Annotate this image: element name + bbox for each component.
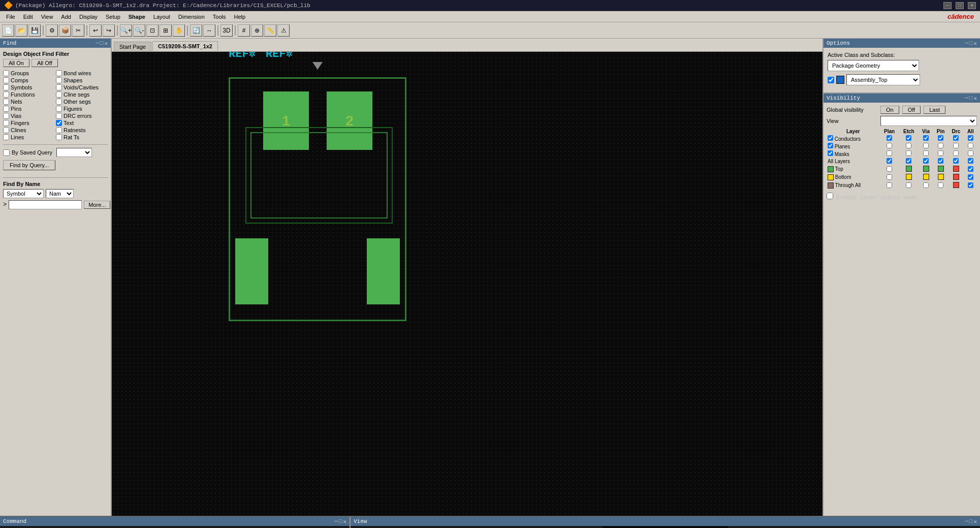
view-minimize[interactable]: ─ [965,518,968,525]
through-etch[interactable] [906,182,911,188]
menu-dimension[interactable]: Dimension [174,13,209,21]
toolbar-zoom-area[interactable]: ⊞ [160,24,172,37]
toolbar-redo[interactable]: ↪ [103,24,115,37]
toolbar-undo[interactable]: ↩ [89,24,102,37]
name-type-dropdown[interactable]: Nam [46,189,74,198]
masks-plan[interactable] [887,150,892,156]
planes-pin[interactable] [938,143,943,148]
check-text-input[interactable] [56,120,62,126]
check-groups-input[interactable] [3,70,9,76]
toolbar-new[interactable]: 📄 [2,24,14,37]
menu-view[interactable]: View [37,13,57,21]
check-nets-input[interactable] [3,99,9,105]
view-dropdown[interactable] [880,116,977,126]
toolbar-3d[interactable]: 3D [220,24,233,37]
toolbar-pan[interactable]: ✋ [173,24,185,37]
bottom-all[interactable] [968,174,973,180]
toolbar-drc[interactable]: ⚠ [277,24,290,37]
check-ratts-input[interactable] [56,134,62,140]
toolbar-snap[interactable]: ⊕ [251,24,263,37]
find-minimize[interactable]: ─ [96,40,99,47]
conductors-pin[interactable] [938,135,943,141]
masks-pin[interactable] [938,150,943,156]
through-all[interactable] [968,182,973,188]
menu-layout[interactable]: Layout [149,13,174,21]
toolbar-measure[interactable]: 📏 [264,24,276,37]
check-bondwires-input[interactable] [56,70,62,76]
planes-etch[interactable] [906,143,911,148]
vis-maximize[interactable]: □ [969,95,973,102]
vis-off-button[interactable]: Off [902,106,921,114]
find-close[interactable]: ✕ [104,40,108,47]
toolbar-zoom-fit[interactable]: ⊡ [146,24,159,37]
symbol-type-dropdown[interactable]: Symbol [3,189,44,198]
subclass-checkbox[interactable] [828,77,834,83]
masks-check[interactable] [828,150,833,156]
masks-all[interactable] [968,150,973,156]
planes-plan[interactable] [887,143,892,148]
check-shapes-input[interactable] [56,77,62,83]
check-clines-input[interactable] [3,127,9,133]
by-saved-query-checkbox[interactable] [3,149,10,156]
check-comps-input[interactable] [3,77,9,83]
conductors-drc[interactable] [953,135,959,141]
menu-tools[interactable]: Tools [209,13,230,21]
top-plan[interactable] [887,166,892,172]
planes-via[interactable] [923,143,929,148]
all-drc[interactable] [953,158,959,164]
view-close[interactable]: ✕ [973,518,977,525]
through-plan[interactable] [887,182,892,188]
vis-close[interactable]: ✕ [973,95,977,102]
masks-via[interactable] [923,150,929,156]
all-plan[interactable] [887,158,892,164]
options-maximize[interactable]: □ [969,40,973,47]
pcb-canvas[interactable]: REF✲ REF✲ 1 2 [112,52,823,516]
menu-setup[interactable]: Setup [102,13,124,21]
minimize-button[interactable]: ─ [943,2,952,9]
all-pin[interactable] [938,158,943,164]
menu-add[interactable]: Add [57,13,75,21]
through-via[interactable] [923,182,929,188]
tab-design[interactable]: C519209-S-SMT_1x2 [152,41,218,51]
cmd-maximize[interactable]: □ [339,518,342,525]
check-drcerrors-input[interactable] [56,113,62,119]
maximize-button[interactable]: □ [956,2,964,9]
all-all[interactable] [968,158,973,164]
vis-on-button[interactable]: On [880,106,899,114]
toolbar-zoom-in[interactable]: 🔍+ [120,24,132,37]
through-pin[interactable] [938,182,943,188]
subclass-dropdown[interactable]: Assembly_Top [846,74,920,85]
toolbar-open[interactable]: 📂 [15,24,27,37]
check-clinesegs-input[interactable] [56,91,62,98]
enable-layer-checkbox[interactable] [827,193,833,199]
check-symbols-input[interactable] [3,84,9,90]
planes-all[interactable] [968,143,973,148]
options-minimize[interactable]: ─ [965,40,968,47]
toolbar-flip[interactable]: ↔ [203,24,215,37]
bottom-plan[interactable] [887,174,892,180]
menu-help[interactable]: Help [230,13,249,21]
all-on-button[interactable]: All On [3,59,29,67]
cmd-close[interactable]: ✕ [343,518,346,525]
all-off-button[interactable]: All Off [31,59,58,67]
find-name-input[interactable] [9,200,82,209]
check-othersegs-input[interactable] [56,99,62,105]
check-functions-input[interactable] [3,91,9,98]
all-via[interactable] [923,158,929,164]
toolbar-grid[interactable]: # [238,24,250,37]
toolbar-cut[interactable]: ✂ [72,24,84,37]
menu-file[interactable]: File [2,13,19,21]
all-etch[interactable] [906,158,911,164]
conductors-all[interactable] [968,135,973,141]
conductors-plan[interactable] [887,135,892,141]
menu-edit[interactable]: Edit [19,13,37,21]
conductors-etch[interactable] [906,135,911,141]
check-fingers-input[interactable] [3,120,9,126]
vis-last-button[interactable]: Last [924,106,945,114]
toolbar-zoom-out[interactable]: 🔍- [133,24,145,37]
more-button[interactable]: More... [84,201,110,209]
view-maximize[interactable]: □ [969,518,973,525]
menu-display[interactable]: Display [75,13,102,21]
find-maximize[interactable]: □ [100,40,104,47]
close-button[interactable]: ✕ [968,2,976,9]
